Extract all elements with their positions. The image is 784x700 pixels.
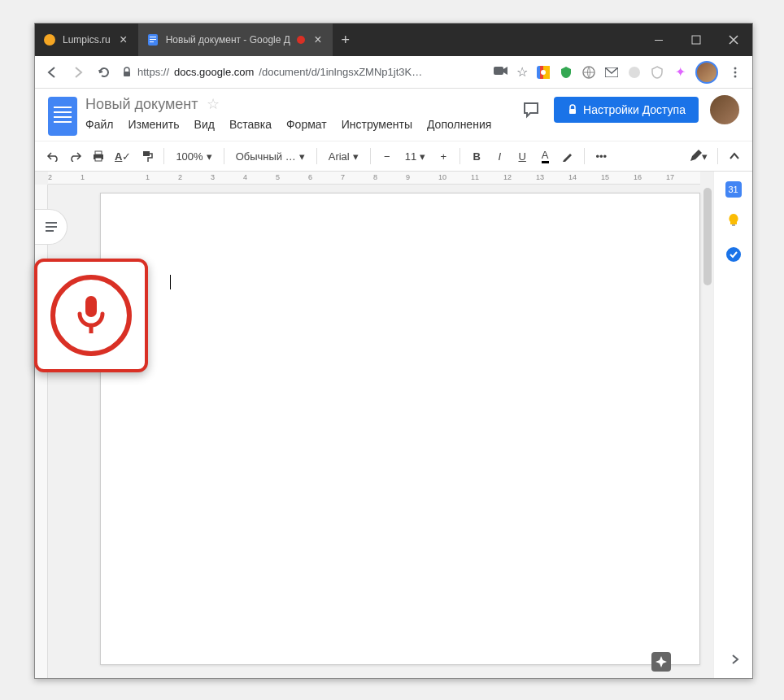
more-button[interactable]: ••• xyxy=(591,146,611,167)
style-selector[interactable]: Обычный … ▾ xyxy=(231,150,310,163)
ruler-tick: 1 xyxy=(81,173,85,181)
ruler-tick: 14 xyxy=(568,173,577,181)
extension-icon[interactable]: ✦ xyxy=(673,65,687,80)
tab-title: Lumpics.ru xyxy=(63,34,111,46)
voice-typing-widget[interactable] xyxy=(34,259,148,372)
font-size-selector[interactable]: 11 ▾ xyxy=(400,150,430,163)
spellcheck-button[interactable]: A✓ xyxy=(111,146,134,167)
tasks-button[interactable] xyxy=(725,246,742,266)
bold-button[interactable]: B xyxy=(467,146,486,167)
zoom-selector[interactable]: 100% ▾ xyxy=(171,150,216,163)
svg-rect-8 xyxy=(494,67,503,75)
extension-icon[interactable] xyxy=(581,65,596,80)
account-avatar[interactable] xyxy=(710,95,739,124)
font-size-increase[interactable]: + xyxy=(433,146,453,167)
nav-forward-button[interactable] xyxy=(69,63,87,81)
horizontal-ruler[interactable]: 211234567891011121314151617 xyxy=(48,172,700,185)
redo-button[interactable] xyxy=(66,146,85,167)
tab-title: Новый документ - Google Д xyxy=(166,34,290,46)
svg-rect-24 xyxy=(46,226,57,228)
scrollbar-thumb[interactable] xyxy=(703,188,712,285)
svg-rect-21 xyxy=(95,158,102,161)
extension-icon[interactable] xyxy=(650,65,664,80)
star-icon[interactable]: ☆ xyxy=(207,95,220,113)
new-tab-button[interactable]: + xyxy=(333,24,359,56)
menu-insert[interactable]: Вставка xyxy=(229,118,272,131)
document-page[interactable] xyxy=(100,193,700,665)
menu-file[interactable]: Файл xyxy=(85,118,113,131)
close-icon[interactable]: × xyxy=(117,33,130,46)
url-field[interactable]: https://docs.google.com/document/d/1inln… xyxy=(121,66,486,78)
highlight-button[interactable] xyxy=(558,146,577,167)
text-color-button[interactable]: A xyxy=(535,146,555,167)
document-title[interactable]: Новый документ xyxy=(85,96,198,113)
keep-button[interactable] xyxy=(725,212,742,232)
close-icon[interactable]: × xyxy=(311,33,324,46)
nav-reload-button[interactable] xyxy=(95,63,113,81)
ruler-tick: 8 xyxy=(373,173,377,181)
collapse-toolbar-button[interactable] xyxy=(725,146,744,167)
extension-icon[interactable] xyxy=(559,65,573,80)
profile-avatar[interactable] xyxy=(695,61,718,84)
nav-back-button[interactable] xyxy=(43,63,61,81)
docs-header: Новый документ ☆ Файл Изменить Вид Встав… xyxy=(35,89,752,136)
microphone-icon xyxy=(50,275,132,356)
svg-point-17 xyxy=(734,75,737,77)
paint-format-button[interactable] xyxy=(137,146,157,167)
svg-rect-4 xyxy=(150,41,154,42)
lock-icon xyxy=(121,67,133,78)
recording-indicator-icon xyxy=(297,36,305,44)
docs-toolbar: A✓ 100% ▾ Обычный … ▾ Arial ▾ − 11 ▾ + B… xyxy=(35,141,752,172)
font-selector[interactable]: Arial ▾ xyxy=(324,150,364,163)
url-protocol: https:// xyxy=(137,66,169,78)
menu-edit[interactable]: Изменить xyxy=(128,118,179,131)
edit-mode-button[interactable]: ▾ xyxy=(686,146,711,167)
menu-addons[interactable]: Дополнения xyxy=(427,118,491,131)
svg-point-12 xyxy=(541,70,546,75)
ruler-tick: 3 xyxy=(211,173,215,181)
ruler-tick: 2 xyxy=(178,173,182,181)
comments-button[interactable] xyxy=(520,98,542,121)
svg-point-27 xyxy=(726,247,741,262)
ruler-tick: 16 xyxy=(634,173,642,181)
ruler-tick: 11 xyxy=(471,173,479,181)
menu-tools[interactable]: Инструменты xyxy=(342,118,412,131)
extension-icon[interactable] xyxy=(536,65,551,80)
window-minimize-button[interactable] xyxy=(640,24,677,56)
separator xyxy=(717,148,718,164)
side-panel: 31 xyxy=(713,172,752,678)
window-close-button[interactable] xyxy=(715,24,752,56)
outline-toggle-button[interactable] xyxy=(35,209,68,245)
svg-rect-5 xyxy=(655,40,663,41)
calendar-button[interactable]: 31 xyxy=(725,181,742,198)
share-label: Настройки Доступа xyxy=(583,103,686,116)
docs-logo-icon[interactable] xyxy=(48,97,77,136)
chevron-down-icon: ▾ xyxy=(207,150,212,163)
url-domain: docs.google.com xyxy=(174,66,254,78)
browser-menu-button[interactable] xyxy=(726,63,744,81)
browser-tab-lumpics[interactable]: Lumpics.ru × xyxy=(35,24,138,56)
svg-rect-3 xyxy=(150,39,156,40)
separator xyxy=(584,148,585,164)
svg-rect-18 xyxy=(569,109,576,114)
browser-tab-docs[interactable]: Новый документ - Google Д × xyxy=(138,24,333,56)
menu-format[interactable]: Формат xyxy=(286,118,327,131)
extension-icon[interactable] xyxy=(627,65,642,80)
ruler-tick: 1 xyxy=(146,173,150,181)
ruler-tick: 6 xyxy=(308,173,312,181)
print-button[interactable] xyxy=(89,146,108,167)
font-size-decrease[interactable]: − xyxy=(377,146,397,167)
hide-sidepanel-button[interactable] xyxy=(730,654,741,668)
undo-button[interactable] xyxy=(43,146,63,167)
underline-button[interactable]: U xyxy=(512,146,532,167)
italic-button[interactable]: I xyxy=(490,146,509,167)
extension-icon[interactable] xyxy=(604,65,619,80)
explore-button[interactable] xyxy=(651,652,671,672)
menu-view[interactable]: Вид xyxy=(194,118,215,131)
ruler-tick: 5 xyxy=(276,173,280,181)
camera-icon[interactable] xyxy=(494,65,508,80)
window-maximize-button[interactable] xyxy=(677,24,715,56)
browser-address-bar: https://docs.google.com/document/d/1inln… xyxy=(35,56,752,89)
share-button[interactable]: Настройки Доступа xyxy=(554,97,699,123)
bookmark-star-icon[interactable]: ☆ xyxy=(516,64,528,80)
